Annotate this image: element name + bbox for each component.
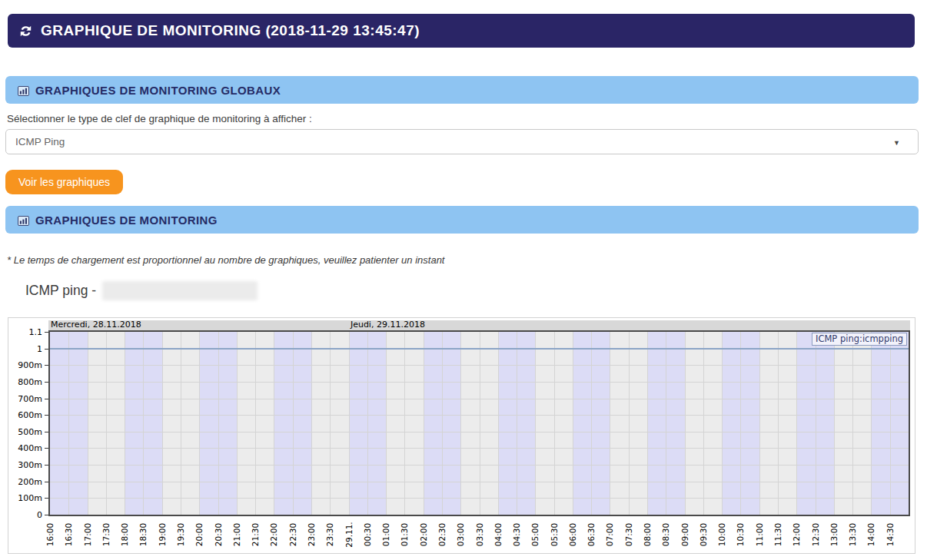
vertical-gridline <box>610 332 610 515</box>
vertical-gridline <box>852 332 853 515</box>
x-tick-label: 04:30 <box>512 518 521 552</box>
vertical-gridline <box>759 332 760 515</box>
background-column <box>367 332 386 515</box>
day-label: Mercredi, 28.11.2018 <box>48 320 141 330</box>
vertical-gridline <box>722 332 723 515</box>
background-column <box>591 332 610 515</box>
refresh-icon[interactable] <box>18 24 33 38</box>
background-column <box>722 332 740 515</box>
horizontal-gridline <box>50 365 909 366</box>
background-column <box>50 332 68 515</box>
background-column <box>573 332 591 515</box>
background-column <box>703 332 722 515</box>
x-tick-label: 12:30 <box>811 518 820 552</box>
background-column <box>647 332 666 515</box>
background-column <box>498 332 517 515</box>
background-column <box>199 332 218 515</box>
background-column <box>68 332 87 515</box>
vertical-gridline <box>834 332 835 515</box>
vertical-gridline <box>88 332 88 515</box>
vertical-gridline <box>460 332 461 515</box>
background-column <box>759 332 778 515</box>
plot-area: ICMP ping:icmpping <box>48 330 910 516</box>
x-tick-label: 02:00 <box>419 518 428 552</box>
background-column <box>330 332 348 515</box>
vertical-gridline <box>386 332 387 515</box>
y-tick-mark <box>45 399 48 399</box>
section-title-graphs: GRAPHIQUES DE MONITORING <box>35 214 218 227</box>
vertical-gridline <box>871 332 872 515</box>
y-tick-label: 400m <box>8 443 42 453</box>
chart-icon <box>18 85 29 95</box>
monitoring-graph[interactable]: Mercredi, 28.11.2018Jeudi, 29.11.2018 IC… <box>8 317 915 554</box>
series-line <box>50 348 909 350</box>
y-tick-label: 1 <box>8 344 42 354</box>
background-column <box>88 332 106 515</box>
horizontal-gridline <box>50 482 909 482</box>
background-column <box>535 332 553 515</box>
background-column <box>274 332 292 515</box>
x-tick-label: 13:00 <box>829 518 839 552</box>
background-column <box>890 332 909 515</box>
graph-type-label: Sélectionner le type de clef de graphiqu… <box>7 113 312 124</box>
background-column <box>796 332 815 515</box>
vertical-gridline <box>591 332 592 515</box>
y-tick-label: 300m <box>8 460 42 470</box>
background-column <box>480 332 498 515</box>
graph-type-select[interactable]: ICMP Ping <box>5 129 919 154</box>
vertical-gridline <box>890 332 891 515</box>
x-tick-label: 11:00 <box>755 518 764 552</box>
x-tick-label: 03:00 <box>456 518 465 552</box>
graph-title: ICMP ping - <box>25 281 258 300</box>
section-header-global: GRAPHIQUES DE MONITORING GLOBAUX <box>5 76 919 104</box>
y-tick-mark <box>45 482 48 482</box>
background-column <box>685 332 703 515</box>
background-column <box>666 332 684 515</box>
vertical-gridline <box>535 332 536 515</box>
x-tick-label: 17:00 <box>83 518 92 552</box>
vertical-gridline <box>68 332 69 515</box>
vertical-gridline <box>816 332 816 515</box>
x-tick-label: 29.11. <box>344 518 354 552</box>
horizontal-gridline <box>50 432 909 432</box>
background-column <box>349 332 367 515</box>
legend-box: ICMP ping:icmpping <box>812 333 907 346</box>
vertical-gridline <box>480 332 480 515</box>
horizontal-gridline <box>50 382 909 383</box>
x-tick-label: 05:00 <box>530 518 540 552</box>
x-tick-label: 10:00 <box>717 518 726 552</box>
background-column <box>871 332 889 515</box>
background-column <box>162 332 181 515</box>
y-tick-label: 100m <box>8 493 42 503</box>
x-tick-label: 20:00 <box>194 518 204 552</box>
day-band: Mercredi, 28.11.2018Jeudi, 29.11.2018 <box>48 320 910 330</box>
background-column <box>255 332 274 515</box>
page-title: GRAPHIQUE DE MONITORING (2018-11-29 13:4… <box>41 22 420 39</box>
vertical-gridline <box>199 332 200 515</box>
vertical-gridline <box>125 332 125 515</box>
horizontal-gridline <box>50 465 909 466</box>
y-tick-mark <box>45 515 48 515</box>
x-tick-label: 18:30 <box>138 518 148 552</box>
y-tick-mark <box>45 432 48 432</box>
y-tick-mark <box>45 448 48 449</box>
vertical-gridline <box>106 332 107 515</box>
horizontal-gridline <box>50 498 909 499</box>
chart-icon <box>18 215 29 225</box>
vertical-gridline <box>293 332 294 515</box>
x-tick-label: 08:00 <box>643 518 652 552</box>
x-tick-label: 22:00 <box>269 518 278 552</box>
vertical-gridline <box>498 332 499 515</box>
x-tick-label: 01:30 <box>400 518 409 552</box>
x-tick-label: 20:30 <box>214 518 223 552</box>
x-tick-label: 09:00 <box>680 518 689 552</box>
y-tick-mark <box>45 332 48 333</box>
vertical-gridline <box>237 332 238 515</box>
vertical-gridline <box>703 332 704 515</box>
view-graphs-button[interactable]: Voir les graphiques <box>5 170 123 194</box>
background-column <box>460 332 479 515</box>
background-column <box>610 332 628 515</box>
y-tick-label: 1.1 <box>8 327 42 337</box>
vertical-gridline <box>517 332 517 515</box>
x-tick-label: 04:00 <box>493 518 503 552</box>
